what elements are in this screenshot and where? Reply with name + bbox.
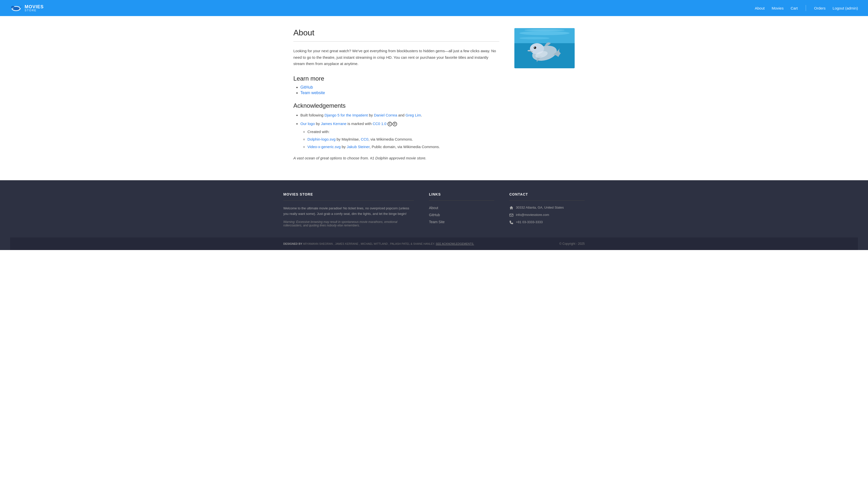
svg-point-2 bbox=[13, 8, 13, 8]
footer-email: info@moviesstore.com bbox=[516, 213, 549, 217]
dolphin-svg bbox=[515, 28, 575, 68]
ack-item1-and: and bbox=[397, 113, 405, 117]
intro-text: Looking for your next great watch? We've… bbox=[293, 48, 499, 67]
ack-item1-mid: by bbox=[368, 113, 374, 117]
learn-more-list: GitHub Team website bbox=[293, 85, 499, 95]
nav-logout[interactable]: Logout (admin) bbox=[833, 6, 858, 10]
content-left: About Looking for your next great watch?… bbox=[293, 28, 499, 160]
svg-point-6 bbox=[519, 37, 550, 39]
footer-bottom-inner: DESIGNED BY ARYAMANN SHEORAN , JAMES KER… bbox=[283, 242, 585, 246]
ack-cc0-link[interactable]: CC0 1.0 bbox=[373, 122, 386, 126]
cc0-link[interactable]: CC0 bbox=[361, 137, 368, 141]
footer-top: MOVIES STORE Welcome to the ultimate mov… bbox=[283, 192, 585, 237]
ack-item2-mid: by bbox=[315, 122, 321, 126]
ack-item-2: Our logo by James Kerrane is marked with… bbox=[300, 121, 499, 150]
ack-logo-link[interactable]: Our logo bbox=[300, 122, 315, 126]
page-title: About bbox=[293, 28, 499, 37]
ack-sub-item-3: Video-x-generic.svg by Jakub Steiner, Pu… bbox=[307, 144, 499, 150]
footer-bottom-left: DESIGNED BY ARYAMANN SHEORAN , JAMES KER… bbox=[283, 242, 474, 245]
team-list-item: Team website bbox=[300, 91, 499, 95]
footer-ack-link[interactable]: SEE ACKNOWLEDGEMENTS. bbox=[436, 242, 474, 245]
footer-team-link[interactable]: Team Site bbox=[429, 220, 444, 224]
github-link[interactable]: GitHub bbox=[300, 85, 313, 89]
github-list-item: GitHub bbox=[300, 85, 499, 90]
ack-sub1-pre: Created with: bbox=[307, 130, 330, 134]
svg-point-5 bbox=[519, 31, 569, 35]
footer-links-title: LINKS bbox=[429, 192, 494, 196]
ack-item2-marked: is marked with bbox=[346, 122, 372, 126]
footer-links-list: About GitHub Team Site bbox=[429, 205, 494, 224]
brand-movies: MOVIES bbox=[25, 4, 44, 9]
brand-store: STORE bbox=[25, 9, 44, 12]
footer-github-link[interactable]: GitHub bbox=[429, 213, 440, 217]
ack-sub-item-1: Created with: bbox=[307, 129, 499, 135]
ack-author2-link[interactable]: Greg Lim bbox=[406, 113, 421, 117]
footer-contact-divider bbox=[509, 200, 585, 201]
cc-icons: C 0 bbox=[388, 122, 397, 126]
ack-item-1: Built following Django 5 for the Impatie… bbox=[300, 112, 499, 118]
dolphin-logo-icon bbox=[10, 4, 22, 12]
ack-author1-link[interactable]: Daniel Correa bbox=[374, 113, 397, 117]
navbar: MOVIES STORE About Movies Cart Orders Lo… bbox=[0, 0, 868, 16]
footer-phone-item: +81 03-3333-3333 bbox=[509, 220, 585, 224]
ack-sub2-end: , Public domain, via Wikimedia Commons. bbox=[369, 144, 440, 149]
email-icon bbox=[509, 213, 514, 217]
svg-point-9 bbox=[534, 46, 536, 49]
video-svg-link[interactable]: Video-x-generic.svg bbox=[307, 144, 341, 149]
footer-brand-title: MOVIES STORE bbox=[283, 192, 414, 196]
ack-sub1-end: , via Wikimedia Commons. bbox=[368, 137, 413, 141]
nav-orders[interactable]: Orders bbox=[814, 6, 826, 10]
ack-item1-end: . bbox=[421, 113, 422, 117]
footer-brand-warning: Warning: Excessive browsing may result i… bbox=[283, 220, 414, 227]
ack-heading: Acknowledgements bbox=[293, 102, 499, 109]
footer-brand-desc: Welcome to the ultimate movie paradise! … bbox=[283, 205, 414, 217]
footer-about-link[interactable]: About bbox=[429, 206, 438, 210]
svg-point-10 bbox=[534, 47, 535, 48]
svg-point-12 bbox=[524, 29, 565, 31]
dolphin-image bbox=[515, 28, 575, 68]
footer-designers-label: DESIGNED BY bbox=[283, 242, 302, 245]
nav-about[interactable]: About bbox=[755, 6, 765, 10]
footer-phone: +81 03-3333-3333 bbox=[516, 220, 543, 224]
footer-names: ARYAMANN SHEORAN , JAMES KERRANE , MICHA… bbox=[303, 242, 435, 245]
team-link[interactable]: Team website bbox=[300, 91, 325, 95]
jakub-link[interactable]: Jakub Steiner bbox=[347, 144, 369, 149]
footer-bottom: DESIGNED BY ARYAMANN SHEORAN , JAMES KER… bbox=[10, 237, 858, 250]
svg-point-1 bbox=[12, 7, 20, 10]
home-icon bbox=[509, 206, 514, 210]
footer-email-item: info@moviesstore.com bbox=[509, 213, 585, 217]
ack-item1-pre: Built following bbox=[300, 113, 324, 117]
brand-logo-link[interactable]: MOVIES STORE bbox=[10, 4, 44, 12]
footer-team-item: Team Site bbox=[429, 220, 494, 224]
ack-book-link[interactable]: Django 5 for the Impatient bbox=[324, 113, 368, 117]
footer-about-item: About bbox=[429, 205, 494, 210]
footer-contact-col: CONTACT 30332 Atlanta, GA, United States… bbox=[509, 192, 585, 227]
svg-rect-13 bbox=[509, 214, 513, 217]
footer-links-col: LINKS About GitHub Team Site bbox=[429, 192, 494, 227]
title-divider bbox=[293, 41, 499, 42]
footer: MOVIES STORE Welcome to the ultimate mov… bbox=[0, 180, 868, 250]
cc-c-icon: C bbox=[388, 122, 392, 126]
footer-github-item: GitHub bbox=[429, 213, 494, 217]
footer-brand-col: MOVIES STORE Welcome to the ultimate mov… bbox=[283, 192, 414, 227]
content-right bbox=[515, 28, 575, 160]
ack-sub1-rest: by MaylmiIae, bbox=[336, 137, 361, 141]
footer-links-divider bbox=[429, 200, 494, 201]
footer-address-item: 30332 Atlanta, GA, United States bbox=[509, 205, 585, 210]
ack-sub-list: Created with: Dolphin-logo.svg by Maylmi… bbox=[300, 129, 499, 150]
brand-text: MOVIES STORE bbox=[25, 4, 44, 12]
cc-zero-icon: 0 bbox=[393, 122, 397, 126]
footer-contact-title: CONTACT bbox=[509, 192, 585, 196]
nav-divider bbox=[806, 5, 806, 11]
phone-icon bbox=[509, 220, 514, 224]
footer-address: 30332 Atlanta, GA, United States bbox=[516, 205, 564, 209]
learn-more-heading: Learn more bbox=[293, 75, 499, 82]
ack-james-link[interactable]: James Kerrane bbox=[321, 122, 347, 126]
ack-sub-item-2: Dolphin-logo.svg by MaylmiIae, CC0, via … bbox=[307, 136, 499, 142]
nav-movies[interactable]: Movies bbox=[772, 6, 784, 10]
dolphin-svg-link[interactable]: Dolphin-logo.svg bbox=[307, 137, 336, 141]
tagline: A vast ocean of great options to choose … bbox=[293, 156, 499, 160]
footer-copyright: © Copyright - 2025 bbox=[559, 242, 585, 246]
nav-cart[interactable]: Cart bbox=[790, 6, 798, 10]
ack-section: Built following Django 5 for the Impatie… bbox=[293, 112, 499, 150]
